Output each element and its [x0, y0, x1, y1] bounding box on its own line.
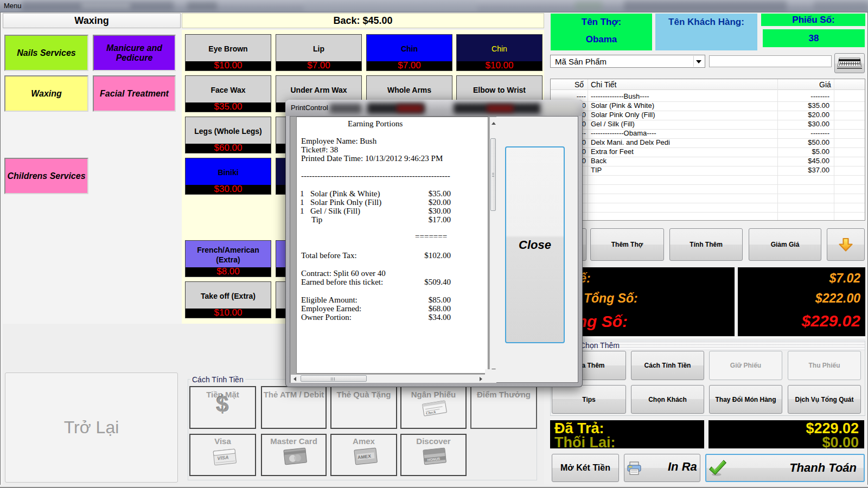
svg-text:Check: Check [426, 410, 437, 416]
